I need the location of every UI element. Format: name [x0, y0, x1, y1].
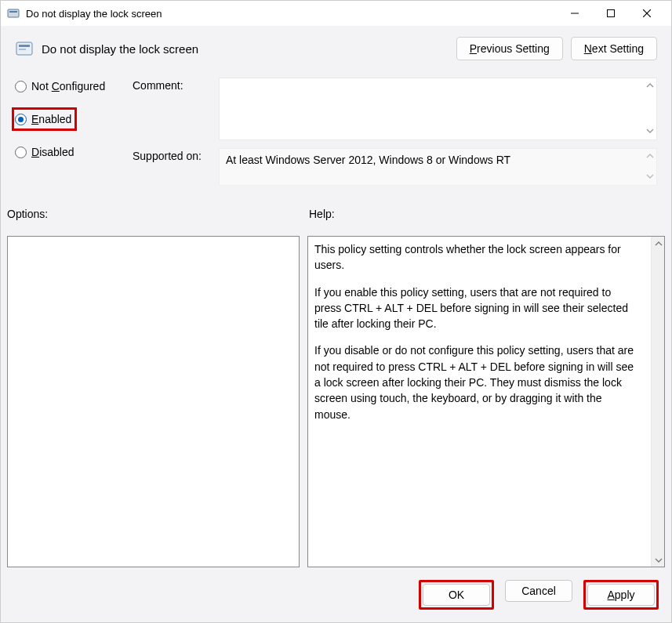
window-title: Do not display the lock screen [26, 8, 162, 20]
radio-enabled-label: Enabled [31, 113, 71, 125]
help-paragraph-2: If you enable this policy setting, users… [314, 284, 634, 332]
radio-enabled[interactable]: Enabled [15, 110, 71, 128]
radio-not-configured-label: Not Configured [31, 80, 105, 92]
help-label: Help: [309, 208, 657, 220]
help-text: This policy setting controls whether the… [308, 237, 651, 567]
section-labels: Options: Help: [1, 203, 671, 222]
svg-rect-1 [9, 11, 17, 13]
comment-textarea[interactable] [219, 78, 657, 140]
app-icon [7, 7, 20, 20]
highlight-enabled: Enabled [12, 107, 77, 131]
scroll-down-icon[interactable] [652, 553, 665, 567]
help-paragraph-1: This policy setting controls whether the… [314, 241, 634, 273]
config-area: Not Configured Enabled Disabled Comment: [1, 78, 671, 203]
dialog-footer: OK Cancel Apply [1, 572, 671, 622]
highlight-ok: OK [419, 580, 494, 610]
panels: This policy setting controls whether the… [1, 222, 671, 572]
comment-row: Comment: [133, 78, 657, 140]
policy-editor-window: Do not display the lock screen Do not di… [0, 0, 672, 623]
radio-disabled-label: Disabled [31, 146, 74, 158]
radio-enabled-input[interactable] [15, 114, 27, 125]
svg-rect-8 [19, 49, 26, 50]
toolbar: Do not display the lock screen Previous … [1, 26, 671, 78]
titlebar: Do not display the lock screen [1, 1, 671, 26]
svg-rect-7 [19, 45, 30, 47]
help-paragraph-3: If you disable or do not configure this … [314, 342, 634, 422]
close-button[interactable] [629, 1, 665, 26]
apply-button[interactable]: Apply [587, 584, 655, 606]
next-setting-button[interactable]: Next Setting [571, 37, 657, 60]
options-panel [7, 236, 300, 567]
scroll-up-icon[interactable] [645, 150, 655, 163]
maximize-button[interactable] [593, 1, 629, 26]
supported-value-box: At least Windows Server 2012, Windows 8 … [219, 148, 657, 186]
scroll-up-icon[interactable] [652, 237, 665, 250]
scroll-down-icon[interactable] [645, 125, 655, 138]
help-panel: This policy setting controls whether the… [307, 236, 665, 567]
supported-row: Supported on: At least Windows Server 20… [133, 148, 657, 186]
supported-value: At least Windows Server 2012, Windows 8 … [226, 154, 510, 166]
svg-rect-0 [8, 9, 19, 17]
policy-title: Do not display the lock screen [42, 42, 198, 56]
policy-icon [15, 39, 34, 58]
radio-disabled-input[interactable] [15, 147, 27, 158]
radio-not-configured-input[interactable] [15, 81, 27, 92]
help-scrollbar[interactable] [651, 237, 664, 567]
options-label: Options: [7, 208, 309, 220]
radio-disabled[interactable]: Disabled [15, 143, 133, 161]
ok-button[interactable]: OK [423, 584, 490, 606]
radio-group: Not Configured Enabled Disabled [15, 78, 133, 194]
scroll-up-icon[interactable] [645, 80, 655, 92]
comment-label: Comment: [133, 78, 219, 140]
svg-rect-3 [608, 10, 615, 17]
supported-label: Supported on: [133, 148, 219, 186]
radio-not-configured[interactable]: Not Configured [15, 78, 133, 95]
minimize-button[interactable] [557, 1, 593, 26]
scroll-down-icon[interactable] [645, 171, 655, 183]
previous-setting-button[interactable]: Previous Setting [456, 37, 563, 60]
highlight-apply: Apply [583, 580, 659, 610]
meta-column: Comment: Supported on: At least Windows … [133, 78, 657, 194]
cancel-button[interactable]: Cancel [505, 580, 572, 602]
